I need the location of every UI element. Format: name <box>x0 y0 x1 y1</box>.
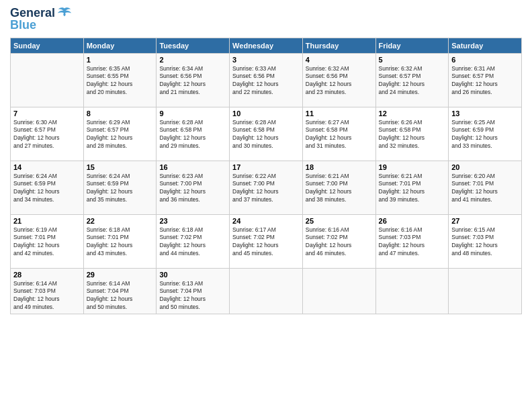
calendar-cell: 30Sunrise: 6:13 AMSunset: 7:04 PMDayligh… <box>157 268 230 314</box>
day-info: Sunrise: 6:15 AMSunset: 7:03 PMDaylight:… <box>451 226 519 259</box>
calendar-cell: 5Sunrise: 6:32 AMSunset: 6:57 PMDaylight… <box>375 53 449 107</box>
header-row: SundayMondayTuesdayWednesdayThursdayFrid… <box>11 38 522 53</box>
day-info: Sunrise: 6:14 AMSunset: 7:03 PMDaylight:… <box>13 280 81 312</box>
day-number: 12 <box>379 109 446 118</box>
calendar-cell <box>449 268 522 314</box>
day-info: Sunrise: 6:21 AMSunset: 7:01 PMDaylight:… <box>379 173 446 205</box>
calendar-cell: 18Sunrise: 6:21 AMSunset: 7:00 PMDayligh… <box>302 161 375 214</box>
col-header-saturday: Saturday <box>449 38 522 53</box>
day-info: Sunrise: 6:16 AMSunset: 7:02 PMDaylight:… <box>306 226 373 259</box>
day-number: 9 <box>159 109 226 118</box>
day-number: 13 <box>451 109 519 118</box>
day-number: 27 <box>451 217 519 225</box>
calendar-cell <box>302 268 375 314</box>
day-number: 22 <box>87 217 154 225</box>
calendar-cell: 10Sunrise: 6:28 AMSunset: 6:58 PMDayligh… <box>230 107 303 161</box>
col-header-wednesday: Wednesday <box>230 38 303 53</box>
calendar-cell: 1Sunrise: 6:35 AMSunset: 6:55 PMDaylight… <box>83 53 157 107</box>
day-number: 23 <box>159 217 226 225</box>
col-header-tuesday: Tuesday <box>157 38 230 53</box>
calendar-cell: 4Sunrise: 6:32 AMSunset: 6:56 PMDaylight… <box>302 53 375 107</box>
col-header-monday: Monday <box>83 38 157 53</box>
calendar-cell: 9Sunrise: 6:28 AMSunset: 6:58 PMDaylight… <box>157 107 230 161</box>
day-info: Sunrise: 6:19 AMSunset: 7:01 PMDaylight:… <box>13 226 81 259</box>
day-info: Sunrise: 6:18 AMSunset: 7:02 PMDaylight:… <box>159 226 226 259</box>
calendar-cell: 27Sunrise: 6:15 AMSunset: 7:03 PMDayligh… <box>449 214 522 268</box>
day-info: Sunrise: 6:28 AMSunset: 6:58 PMDaylight:… <box>232 119 300 151</box>
day-info: Sunrise: 6:13 AMSunset: 7:04 PMDaylight:… <box>159 280 226 312</box>
day-info: Sunrise: 6:22 AMSunset: 7:00 PMDaylight:… <box>232 173 300 205</box>
day-info: Sunrise: 6:21 AMSunset: 7:00 PMDaylight:… <box>306 173 373 205</box>
day-number: 25 <box>306 217 373 225</box>
day-number: 21 <box>13 217 81 225</box>
calendar-cell: 22Sunrise: 6:18 AMSunset: 7:01 PMDayligh… <box>83 214 157 268</box>
day-number: 18 <box>306 163 373 171</box>
day-number: 17 <box>232 163 300 171</box>
day-info: Sunrise: 6:17 AMSunset: 7:02 PMDaylight:… <box>232 226 300 259</box>
calendar-cell: 16Sunrise: 6:23 AMSunset: 7:00 PMDayligh… <box>157 161 230 214</box>
calendar-cell: 11Sunrise: 6:27 AMSunset: 6:58 PMDayligh… <box>302 107 375 161</box>
day-number: 14 <box>13 163 81 171</box>
day-number: 15 <box>87 163 154 171</box>
day-number: 24 <box>232 217 300 225</box>
calendar-cell: 7Sunrise: 6:30 AMSunset: 6:57 PMDaylight… <box>11 107 84 161</box>
day-number: 5 <box>379 56 446 64</box>
day-number: 11 <box>306 109 373 118</box>
calendar-cell: 29Sunrise: 6:14 AMSunset: 7:04 PMDayligh… <box>83 268 157 314</box>
calendar-cell: 15Sunrise: 6:24 AMSunset: 6:59 PMDayligh… <box>83 161 157 214</box>
day-info: Sunrise: 6:18 AMSunset: 7:01 PMDaylight:… <box>87 226 154 259</box>
day-info: Sunrise: 6:31 AMSunset: 6:57 PMDaylight:… <box>451 65 519 97</box>
day-info: Sunrise: 6:25 AMSunset: 6:59 PMDaylight:… <box>451 119 519 151</box>
calendar-cell: 28Sunrise: 6:14 AMSunset: 7:03 PMDayligh… <box>11 268 84 314</box>
day-info: Sunrise: 6:33 AMSunset: 6:56 PMDaylight:… <box>232 65 300 97</box>
day-number: 30 <box>159 271 226 279</box>
calendar-cell <box>230 268 303 314</box>
day-info: Sunrise: 6:16 AMSunset: 7:03 PMDaylight:… <box>379 226 446 259</box>
col-header-thursday: Thursday <box>302 38 375 53</box>
col-header-sunday: Sunday <box>11 38 84 53</box>
day-number: 10 <box>232 109 300 118</box>
day-info: Sunrise: 6:34 AMSunset: 6:56 PMDaylight:… <box>159 65 226 97</box>
day-number: 16 <box>159 163 226 171</box>
day-info: Sunrise: 6:23 AMSunset: 7:00 PMDaylight:… <box>159 173 226 205</box>
day-number: 7 <box>13 109 81 118</box>
calendar-cell: 8Sunrise: 6:29 AMSunset: 6:57 PMDaylight… <box>83 107 157 161</box>
day-number: 26 <box>379 217 446 225</box>
calendar-cell: 26Sunrise: 6:16 AMSunset: 7:03 PMDayligh… <box>375 214 449 268</box>
day-number: 1 <box>87 56 154 64</box>
calendar-cell: 3Sunrise: 6:33 AMSunset: 6:56 PMDaylight… <box>230 53 303 107</box>
day-number: 29 <box>87 271 154 279</box>
day-number: 4 <box>306 56 373 64</box>
day-info: Sunrise: 6:26 AMSunset: 6:58 PMDaylight:… <box>379 119 446 151</box>
day-info: Sunrise: 6:35 AMSunset: 6:55 PMDaylight:… <box>87 65 154 97</box>
calendar-cell <box>375 268 449 314</box>
day-number: 8 <box>87 109 154 118</box>
calendar-cell: 25Sunrise: 6:16 AMSunset: 7:02 PMDayligh… <box>302 214 375 268</box>
day-number: 6 <box>451 56 519 64</box>
calendar-cell: 21Sunrise: 6:19 AMSunset: 7:01 PMDayligh… <box>11 214 84 268</box>
day-number: 28 <box>13 271 81 279</box>
calendar-cell: 14Sunrise: 6:24 AMSunset: 6:59 PMDayligh… <box>11 161 84 214</box>
calendar-table: SundayMondayTuesdayWednesdayThursdayFrid… <box>10 38 522 315</box>
calendar-cell: 6Sunrise: 6:31 AMSunset: 6:57 PMDaylight… <box>449 53 522 107</box>
calendar-cell <box>11 53 84 107</box>
day-info: Sunrise: 6:27 AMSunset: 6:58 PMDaylight:… <box>306 119 373 151</box>
logo-bird-icon <box>57 6 72 18</box>
day-info: Sunrise: 6:14 AMSunset: 7:04 PMDaylight:… <box>87 280 154 312</box>
logo-blue-text: Blue <box>10 19 72 32</box>
calendar-cell: 13Sunrise: 6:25 AMSunset: 6:59 PMDayligh… <box>449 107 522 161</box>
col-header-friday: Friday <box>375 38 449 53</box>
day-number: 2 <box>159 56 226 64</box>
day-info: Sunrise: 6:24 AMSunset: 6:59 PMDaylight:… <box>87 173 154 205</box>
day-info: Sunrise: 6:30 AMSunset: 6:57 PMDaylight:… <box>13 119 81 151</box>
calendar-cell: 23Sunrise: 6:18 AMSunset: 7:02 PMDayligh… <box>157 214 230 268</box>
day-info: Sunrise: 6:24 AMSunset: 6:59 PMDaylight:… <box>13 173 81 205</box>
logo-wordmark: General Blue <box>10 7 72 32</box>
day-info: Sunrise: 6:29 AMSunset: 6:57 PMDaylight:… <box>87 119 154 151</box>
calendar-cell: 17Sunrise: 6:22 AMSunset: 7:00 PMDayligh… <box>230 161 303 214</box>
day-info: Sunrise: 6:28 AMSunset: 6:58 PMDaylight:… <box>159 119 226 151</box>
calendar-cell: 24Sunrise: 6:17 AMSunset: 7:02 PMDayligh… <box>230 214 303 268</box>
calendar-cell: 19Sunrise: 6:21 AMSunset: 7:01 PMDayligh… <box>375 161 449 214</box>
calendar-cell: 20Sunrise: 6:20 AMSunset: 7:01 PMDayligh… <box>449 161 522 214</box>
day-number: 19 <box>379 163 446 171</box>
